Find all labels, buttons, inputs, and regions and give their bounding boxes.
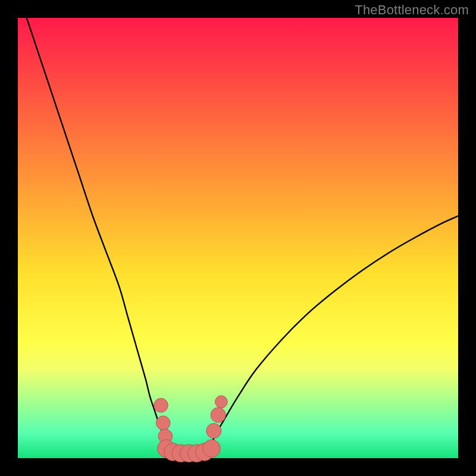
plot-area (18, 18, 458, 458)
curve-layer (18, 18, 458, 458)
series-left-curve (27, 18, 177, 454)
data-marker (156, 416, 170, 430)
watermark-label: TheBottleneck.com (355, 2, 469, 18)
data-marker (203, 440, 221, 458)
chart-frame: TheBottleneck.com (0, 0, 476, 476)
series-right-curve (203, 216, 458, 454)
data-marker (215, 396, 228, 408)
data-marker (211, 408, 226, 422)
data-marker (206, 424, 221, 439)
data-marker (154, 398, 168, 412)
